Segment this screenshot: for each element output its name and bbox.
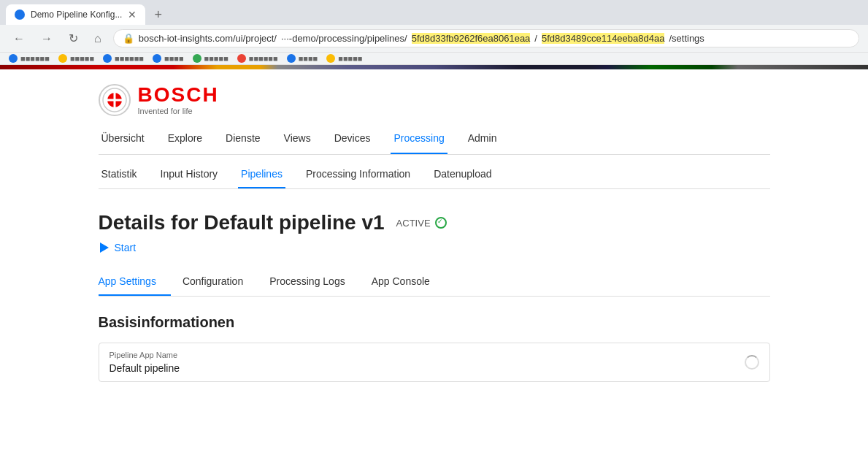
sub-nav-item-statistik[interactable]: Statistik [99,161,140,188]
svg-rect-3 [107,99,122,102]
bookmark-icon [103,54,112,63]
nav-link-processing[interactable]: Processing [391,123,447,154]
start-label: Start [115,242,137,253]
status-active-icon [435,217,447,229]
play-triangle [100,242,109,253]
app-tab-item-app-console[interactable]: App Console [372,268,456,296]
status-badge: ACTIVE [396,217,447,229]
nav-item-admin[interactable]: Admin [465,123,500,154]
sub-nav-link-input-history[interactable]: Input History [158,161,221,187]
app-tab-item-processing-logs[interactable]: Processing Logs [269,268,372,296]
nav-link-ubersicht[interactable]: Übersicht [99,123,147,153]
nav-item-processing[interactable]: Processing [391,123,447,154]
app-tab-link-processing-logs[interactable]: Processing Logs [269,268,360,294]
sub-nav-link-processing-information[interactable]: Processing Information [303,161,413,187]
pipeline-title: Details for Default pipeline v1 [99,211,385,234]
bookmark-label: ■■■■■■ [115,54,144,63]
app-tabs: App Settings Configuration Processing Lo… [99,268,770,297]
nav-item-devices[interactable]: Devices [331,123,374,154]
bookmark-1[interactable]: ■■■■■■ [9,54,50,63]
sub-nav-link-pipelines[interactable]: Pipelines [238,161,285,188]
url-redacted: ···-demo/processing/pipelines/ [281,33,407,44]
pipeline-app-name-value: Default pipeline [110,362,180,374]
url-highlighted-part-1: 5fd8d33fb9262f6ea8061eaa [412,33,531,44]
nav-link-views[interactable]: Views [281,123,314,153]
sub-nav-item-processing-information[interactable]: Processing Information [303,161,413,188]
nav-item-dienste[interactable]: Dienste [223,123,263,154]
active-tab[interactable]: Demo Pipeline Konfig... ✕ [6,4,145,25]
start-row: Start [99,242,770,253]
loading-spinner [745,355,759,370]
sub-nav-item-input-history[interactable]: Input History [158,161,221,188]
app-tab-item-configuration[interactable]: Configuration [183,268,269,296]
bookmark-icon [58,54,67,63]
bookmark-icon [193,54,201,63]
nav-item-ubersicht[interactable]: Übersicht [99,123,147,154]
nav-link-devices[interactable]: Devices [331,123,374,153]
bookmark-5[interactable]: ■■■■■ [193,54,228,63]
logo-text: BOSCH Invented for life [138,85,219,115]
bookmark-icon [287,54,296,63]
url-separator: / [534,33,537,44]
new-tab-button[interactable]: + [148,7,168,23]
bookmarks-bar: ■■■■■■ ■■■■■ ■■■■■■ ■■■■ ■■■■■ ■■■■■■ ■■… [0,52,868,64]
bookmark-label: ■■■■■■ [249,54,278,63]
sub-nav-link-datenupload[interactable]: Datenupload [431,161,494,187]
sub-nav-item-pipelines[interactable]: Pipelines [238,161,285,188]
brand-tagline: Invented for life [138,107,219,115]
bookmark-7[interactable]: ■■■■ [287,54,318,63]
bookmark-4[interactable]: ■■■■ [153,54,184,63]
pipeline-app-name-label: Pipeline App Name [110,351,180,359]
app-tab-link-app-settings[interactable]: App Settings [99,268,171,296]
bookmark-8[interactable]: ■■■■■ [326,54,362,63]
status-label: ACTIVE [396,218,431,229]
bookmark-icon [237,54,246,63]
bosch-emblem [99,84,131,116]
bookmark-6[interactable]: ■■■■■■ [237,54,278,63]
url-prefix: bosch-iot-insights.com/ui/project/ [139,33,277,44]
forward-button[interactable]: → [37,31,57,47]
bookmark-label: ■■■■■ [204,54,228,63]
app-tab-link-configuration[interactable]: Configuration [183,268,258,294]
url-highlighted-part-2: 5fd8d3489cce114eeba8d4aa [542,33,664,44]
bookmark-label: ■■■■■■ [20,54,50,63]
sub-nav-link-statistik[interactable]: Statistik [99,161,140,187]
nav-link-dienste[interactable]: Dienste [223,123,263,153]
bookmark-3[interactable]: ■■■■■■ [103,54,144,63]
start-button[interactable]: Start [99,242,137,253]
nav-item-views[interactable]: Views [281,123,314,154]
browser-chrome: Demo Pipeline Konfig... ✕ + ← → ↻ ⌂ 🔒 bo… [0,0,868,65]
bookmark-label: ■■■■■ [70,54,94,63]
tab-close-button[interactable]: ✕ [128,9,137,20]
url-suffix: /settings [669,33,704,44]
app-tab-item-app-settings[interactable]: App Settings [99,268,183,296]
section-title: Basisinformationen [99,314,770,331]
sub-nav-item-datenupload[interactable]: Datenupload [431,161,494,188]
bookmark-label: ■■■■■ [338,54,362,63]
page-content: Details for Default pipeline v1 ACTIVE S… [99,189,770,404]
app-header: BOSCH Invented for life [99,69,770,123]
brand-name: BOSCH [138,85,219,105]
bookmark-icon [9,54,18,63]
logo-container: BOSCH Invented for life [99,84,219,116]
tab-favicon [15,9,25,20]
home-button[interactable]: ⌂ [90,31,106,47]
bookmark-icon [326,54,335,63]
app-container: BOSCH Invented for life Übersicht Explor… [84,69,785,404]
pipeline-app-name-field-content: Pipeline App Name Default pipeline [110,351,180,374]
reload-button[interactable]: ↻ [64,30,82,47]
back-button[interactable]: ← [9,31,29,47]
url-input[interactable]: 🔒 bosch-iot-insights.com/ui/project/ ···… [113,29,859,47]
nav-item-explore[interactable]: Explore [165,123,205,154]
bookmark-label: ■■■■ [299,54,318,63]
main-nav: Übersicht Explore Dienste Views Devices … [99,123,770,155]
app-tab-link-app-console[interactable]: App Console [372,268,445,294]
sub-nav: Statistik Input History Pipelines Proces… [99,161,770,189]
pipeline-title-row: Details for Default pipeline v1 ACTIVE [99,211,770,234]
nav-link-admin[interactable]: Admin [465,123,500,153]
bookmark-2[interactable]: ■■■■■ [58,54,94,63]
lock-icon: 🔒 [123,33,134,44]
nav-link-explore[interactable]: Explore [165,123,205,153]
bookmark-label: ■■■■ [164,54,184,63]
bookmark-icon [153,54,161,63]
